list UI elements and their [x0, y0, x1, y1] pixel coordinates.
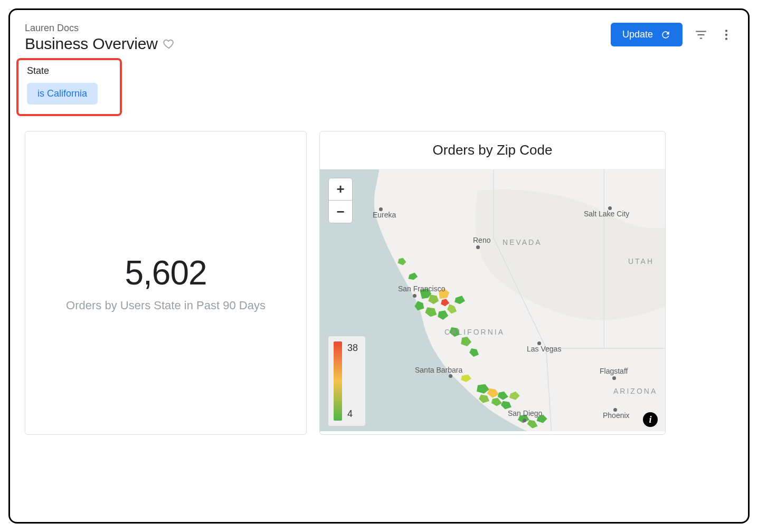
filters-section: State is California	[25, 58, 733, 116]
svg-point-0	[725, 30, 727, 32]
state-label-nevada: NEVADA	[503, 238, 542, 246]
map-title: Orders by Zip Code	[320, 131, 665, 169]
city-label-sf: San Francisco	[398, 284, 445, 293]
dashboard-frame: Lauren Docs Business Overview Update	[8, 8, 750, 524]
tiles-row: 5,602 Orders by Users State in Past 90 D…	[25, 131, 733, 435]
city-label-sb: Santa Barbara	[415, 366, 462, 374]
map-body[interactable]: + − 38 4 i Eureka Reno Salt Lake	[320, 169, 665, 434]
map-legend: 38 4	[328, 336, 365, 426]
city-dot	[449, 374, 452, 378]
city-dot	[476, 245, 480, 249]
legend-min: 4	[347, 408, 358, 420]
zoom-controls: + −	[328, 178, 353, 223]
filter-chip-state[interactable]: is California	[27, 83, 98, 104]
city-label-phoenix: Phoenix	[603, 411, 630, 420]
city-label-flagstaff: Flagstaff	[600, 367, 628, 375]
heart-icon[interactable]	[163, 38, 175, 50]
header: Lauren Docs Business Overview Update	[25, 23, 733, 53]
kpi-tile[interactable]: 5,602 Orders by Users State in Past 90 D…	[25, 131, 307, 435]
city-label-sd: San Diego	[508, 409, 542, 417]
legend-max: 38	[347, 343, 358, 354]
page-title: Business Overview	[25, 35, 158, 53]
svg-point-1	[725, 33, 727, 35]
filter-highlight-box: State is California	[16, 58, 122, 116]
city-dot	[612, 376, 616, 380]
city-label-reno: Reno	[473, 236, 490, 244]
update-button-label: Update	[622, 29, 653, 40]
legend-gradient	[334, 341, 342, 421]
more-icon[interactable]	[719, 28, 733, 42]
header-left: Lauren Docs Business Overview	[25, 23, 175, 53]
city-dot	[523, 419, 526, 422]
zoom-in-button[interactable]: +	[329, 178, 352, 201]
filter-label: State	[27, 65, 111, 77]
state-label-utah: UTAH	[628, 257, 654, 265]
update-button[interactable]: Update	[611, 23, 683, 46]
refresh-icon	[660, 30, 671, 40]
kpi-value: 5,602	[125, 253, 206, 292]
legend-labels: 38 4	[347, 341, 358, 421]
title-row: Business Overview	[25, 35, 175, 53]
breadcrumb[interactable]: Lauren Docs	[25, 23, 175, 34]
info-icon[interactable]: i	[643, 412, 658, 427]
city-label-eureka: Eureka	[373, 211, 396, 219]
map-tile: Orders by Zip Code	[319, 131, 666, 435]
svg-point-2	[725, 37, 727, 40]
city-label-vegas: Las Vegas	[527, 345, 561, 353]
filter-icon[interactable]	[694, 28, 708, 42]
city-dot	[413, 294, 416, 298]
state-label-arizona: ARIZONA	[613, 387, 657, 395]
state-label-california: CALIFORNIA	[444, 328, 505, 336]
city-label-salt-lake: Salt Lake City	[584, 210, 629, 218]
header-actions: Update	[611, 23, 733, 46]
zoom-out-button[interactable]: −	[329, 201, 352, 223]
kpi-label: Orders by Users State in Past 90 Days	[66, 299, 266, 312]
